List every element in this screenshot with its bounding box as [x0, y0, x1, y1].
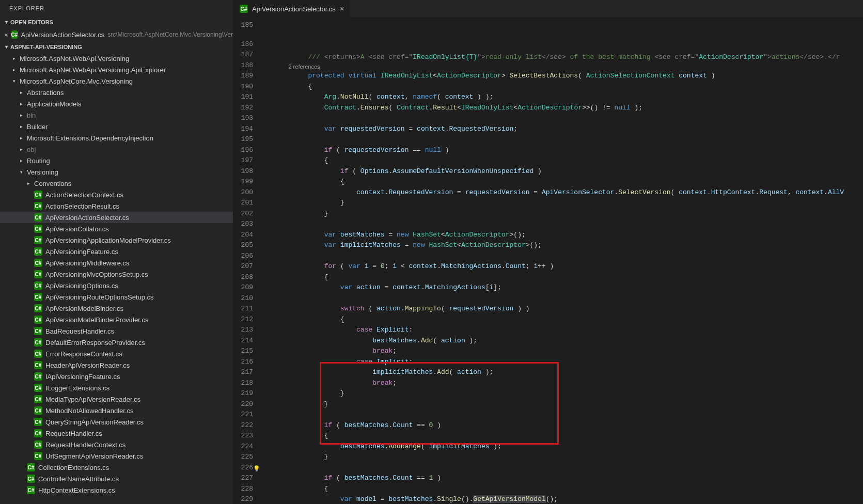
- code-line[interactable]: /// <returns>A <see cref="IReadOnlyList{…: [276, 52, 863, 63]
- code-line[interactable]: Arg.NotNull( context, nameof( context ) …: [276, 92, 863, 103]
- file-tree-file[interactable]: ▸C#ActionSelectionContext.cs: [0, 189, 233, 200]
- code-line[interactable]: implicitMatches.Add( action );: [276, 367, 863, 378]
- code-line[interactable]: }: [276, 388, 863, 399]
- open-editors-header[interactable]: ▾ OPEN EDITORS: [0, 17, 233, 28]
- code-line[interactable]: [276, 134, 863, 145]
- editor-area: C# ApiVersionActionSelector.cs × 1851861…: [233, 0, 863, 504]
- file-tree-file[interactable]: ▸C#ApiVersioningApplicationModelProvider…: [0, 234, 233, 246]
- tab-active[interactable]: C# ApiVersionActionSelector.cs ×: [233, 0, 351, 18]
- code-line[interactable]: context.RequestedVersion = requestedVers…: [276, 187, 863, 198]
- file-tree-file[interactable]: ▸C#ApiVersionModelBinder.cs: [0, 303, 233, 314]
- codelens[interactable]: 2 references: [276, 62, 863, 71]
- lightbulb-icon[interactable]: 💡: [253, 464, 260, 475]
- code-line[interactable]: Contract.Ensures( Contract.Result<IReadO…: [276, 103, 863, 114]
- code-line[interactable]: case Implicit:: [276, 357, 863, 368]
- code-line[interactable]: if ( Options.AssumeDefaultVersionWhenUns…: [276, 166, 863, 177]
- file-tree-file[interactable]: ▸C#RequestHandler.cs: [0, 428, 233, 439]
- code-line[interactable]: var implicitMatches = new HashSet<Action…: [276, 240, 863, 251]
- code-line[interactable]: }: [276, 209, 863, 219]
- code-line[interactable]: break;: [276, 378, 863, 389]
- code-line[interactable]: {: [276, 177, 863, 187]
- open-editor-item[interactable]: × C# ApiVersionActionSelector.cs src\Mic…: [0, 28, 233, 41]
- file-tree-file[interactable]: ▸C#BadRequestHandler.cs: [0, 325, 233, 337]
- file-tree-file[interactable]: ▸C#ControllerNameAttribute.cs: [0, 473, 233, 484]
- close-icon[interactable]: ×: [4, 31, 8, 39]
- file-tree-file[interactable]: ▸C#ActionSelectionResult.cs: [0, 200, 233, 212]
- code-line[interactable]: switch ( action.MappingTo( requestedVers…: [276, 304, 863, 314]
- code-line[interactable]: bestMatches.Add( action );: [276, 336, 863, 346]
- file-tree-file[interactable]: ▸C#QueryStringApiVersionReader.cs: [0, 416, 233, 428]
- file-tree-file[interactable]: ▸C#MethodNotAllowedHandler.cs: [0, 405, 233, 416]
- tree-item-label: ApiVersionActionSelector.cs: [45, 214, 129, 222]
- file-tree-file[interactable]: ▸C#ErrorResponseContext.cs: [0, 348, 233, 359]
- file-tree-file[interactable]: ▸C#UrlSegmentApiVersionReader.cs: [0, 450, 233, 462]
- file-tree-file[interactable]: ▸C#IApiVersioningFeature.cs: [0, 371, 233, 382]
- code-line[interactable]: if ( bestMatches.Count == 0 ): [276, 420, 863, 431]
- project-header[interactable]: ▾ ASPNET-API-VERSIONING: [0, 41, 233, 53]
- code-line[interactable]: var requestedVersion = context.Requested…: [276, 124, 863, 135]
- line-number: 205: [233, 240, 253, 251]
- file-tree-folder[interactable]: ▸Microsoft.Extensions.DependencyInjectio…: [0, 132, 233, 144]
- file-tree[interactable]: ▸Microsoft.AspNet.WebApi.Versioning▸Micr…: [0, 53, 233, 504]
- file-tree-folder[interactable]: ▸Microsoft.AspNet.WebApi.Versioning.ApiE…: [0, 64, 233, 75]
- file-tree-folder[interactable]: ▸bin: [0, 109, 233, 121]
- code-line[interactable]: if ( bestMatches.Count == 1 ): [276, 473, 863, 484]
- file-tree-file[interactable]: ▸C#ILoggerExtensions.cs: [0, 382, 233, 393]
- tree-item-label: ApiVersioningRouteOptionsSetup.cs: [45, 293, 154, 301]
- file-tree-file[interactable]: ▸C#ApiVersionCollator.cs: [0, 223, 233, 234]
- file-tree-folder[interactable]: ▾Versioning: [0, 166, 233, 178]
- code-line[interactable]: [276, 219, 863, 230]
- code-line[interactable]: var action = context.MatchingActions[i];: [276, 282, 863, 293]
- code-line[interactable]: bestMatches.AddRange( implicitMatches );: [276, 442, 863, 452]
- code-line[interactable]: [276, 293, 863, 304]
- code-line[interactable]: var bestMatches = new HashSet<ActionDesc…: [276, 230, 863, 241]
- file-tree-file[interactable]: ▸C#HeaderApiVersionReader.cs: [0, 359, 233, 371]
- code-line[interactable]: {: [276, 155, 863, 166]
- file-tree-folder[interactable]: ▾Microsoft.AspNetCore.Mvc.Versioning: [0, 75, 233, 87]
- file-tree-file[interactable]: ▸C#ApiVersionModelBinderProvider.cs: [0, 314, 233, 325]
- file-tree-file[interactable]: ▸C#HttpContextExtensions.cs: [0, 484, 233, 496]
- file-tree-file[interactable]: ▸C#ApiVersioningMvcOptionsSetup.cs: [0, 269, 233, 280]
- code-line[interactable]: {: [276, 314, 863, 325]
- code-line[interactable]: case Explicit:: [276, 325, 863, 336]
- file-tree-folder[interactable]: ▸obj: [0, 144, 233, 155]
- code-line[interactable]: }: [276, 452, 863, 463]
- tree-item-label: obj: [27, 146, 36, 153]
- code-line[interactable]: {: [276, 272, 863, 283]
- file-tree-folder[interactable]: ▸ApplicationModels: [0, 98, 233, 109]
- code-line[interactable]: for ( var i = 0; i < context.MatchingAct…: [276, 261, 863, 272]
- file-tree-file[interactable]: ▸C#ApiVersioningRouteOptionsSetup.cs: [0, 291, 233, 303]
- code-line[interactable]: }: [276, 399, 863, 410]
- file-tree-folder[interactable]: ▸Microsoft.AspNet.WebApi.Versioning: [0, 53, 233, 64]
- code-line[interactable]: {: [276, 431, 863, 442]
- file-tree-folder[interactable]: ▸Builder: [0, 121, 233, 132]
- code-line[interactable]: [276, 251, 863, 262]
- code-line[interactable]: protected virtual IReadOnlyList<ActionDe…: [276, 71, 863, 82]
- file-tree-file[interactable]: ▸C#DefaultErrorResponseProvider.cs: [0, 337, 233, 348]
- code-line[interactable]: var model = bestMatches.Single().GetApiV…: [276, 494, 863, 504]
- file-tree-file[interactable]: ▸C#ApiVersionActionSelector.cs: [0, 212, 233, 223]
- file-tree-folder[interactable]: ▸Routing: [0, 155, 233, 166]
- close-icon[interactable]: ×: [340, 5, 344, 13]
- file-tree-file[interactable]: ▸C#MediaTypeApiVersionReader.cs: [0, 393, 233, 405]
- code-line[interactable]: }: [276, 198, 863, 209]
- code-line[interactable]: {: [276, 82, 863, 92]
- chevron-right-icon: ▸: [11, 67, 17, 72]
- file-tree-file[interactable]: ▸C#ApiVersioningMiddleware.cs: [0, 257, 233, 269]
- code-line[interactable]: if ( requestedVersion == null ): [276, 145, 863, 156]
- code-editor[interactable]: 1851861871881891901911921931941951961971…: [233, 18, 863, 504]
- file-tree-file[interactable]: ▸C#RequestHandlerContext.cs: [0, 439, 233, 450]
- file-tree-folder[interactable]: ▸Abstractions: [0, 87, 233, 98]
- code-content[interactable]: /// <returns>A <see cref="IReadOnlyList{…: [276, 18, 863, 504]
- code-line[interactable]: [276, 113, 863, 124]
- code-line[interactable]: [276, 463, 863, 474]
- file-tree-file[interactable]: ▸C#ApiVersioningFeature.cs: [0, 246, 233, 257]
- file-tree-folder[interactable]: ▸Conventions: [0, 178, 233, 189]
- file-tree-file[interactable]: ▸C#ApiVersioningOptions.cs: [0, 280, 233, 291]
- code-line[interactable]: [276, 410, 863, 420]
- code-line[interactable]: {: [276, 484, 863, 495]
- csharp-file-icon: C#: [34, 225, 42, 233]
- line-number: 208: [233, 272, 253, 283]
- file-tree-file[interactable]: ▸C#CollectionExtensions.cs: [0, 462, 233, 473]
- code-line[interactable]: break;: [276, 346, 863, 357]
